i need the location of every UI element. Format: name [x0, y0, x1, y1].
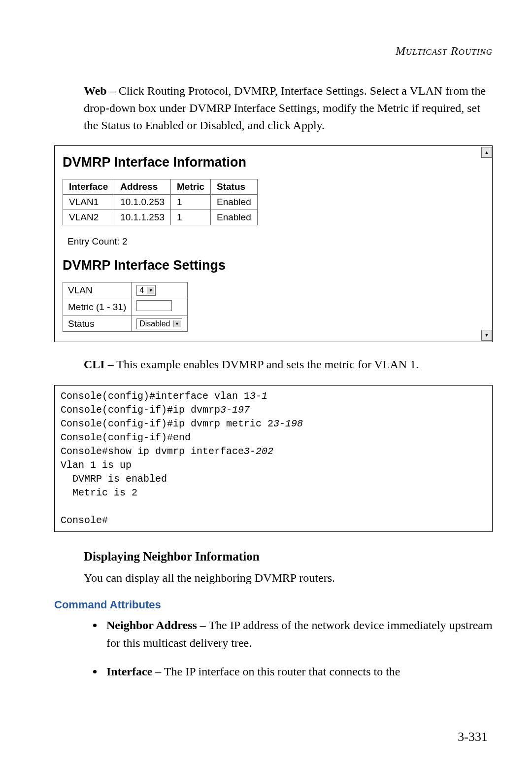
neighbor-heading: Displaying Neighbor Information — [84, 550, 493, 563]
cli-line: Console(config)#interface vlan 1 — [61, 390, 250, 402]
attr-name: Neighbor Address — [106, 619, 197, 632]
running-header: Multicast Routing — [54, 44, 493, 58]
list-item: Neighbor Address – The IP address of the… — [103, 616, 493, 652]
list-item: Interface – The IP interface on this rou… — [103, 663, 493, 680]
cell-interface: VLAN2 — [63, 210, 114, 225]
cli-lead: CLI — [84, 358, 105, 371]
settings-row-status: Status Disabled ▼ — [63, 316, 188, 332]
col-metric: Metric — [171, 179, 211, 195]
interface-info-table: Interface Address Metric Status VLAN1 10… — [63, 179, 258, 225]
page: Multicast Routing Web – Click Routing Pr… — [0, 0, 532, 774]
command-attributes-label: Command Attributes — [54, 598, 493, 611]
cli-ref: 3-1 — [250, 390, 267, 402]
scrollbar[interactable]: ▲ ▼ — [481, 147, 491, 341]
cell-metric: 1 — [171, 195, 211, 210]
cli-line: Console# — [61, 515, 108, 526]
col-status: Status — [210, 179, 257, 195]
attr-name: Interface — [106, 665, 152, 678]
cell-address: 10.1.1.253 — [114, 210, 171, 225]
settings-title: DVMRP Interface Settings — [63, 258, 484, 273]
cli-paragraph: CLI – This example enables DVMRP and set… — [84, 356, 493, 373]
info-title: DVMRP Interface Information — [63, 155, 484, 170]
metric-cell — [132, 298, 187, 316]
cli-line: Console#show ip dvmrp interface — [61, 446, 244, 457]
cli-output: Console(config)#interface vlan 13-1 Cons… — [54, 385, 493, 532]
cell-status: Enabled — [210, 195, 257, 210]
status-cell: Disabled ▼ — [132, 316, 187, 332]
vlan-cell: 4 ▼ — [132, 282, 187, 298]
table-header-row: Interface Address Metric Status — [63, 179, 258, 195]
vlan-select[interactable]: 4 ▼ — [136, 285, 156, 296]
cli-line: Metric is 2 — [61, 487, 137, 498]
col-interface: Interface — [63, 179, 114, 195]
cli-line: Console(config-if)#ip dvmrp — [61, 404, 220, 416]
vlan-select-value: 4 — [139, 286, 144, 295]
entry-count: Entry Count: 2 — [67, 236, 484, 247]
attr-desc: – The IP interface on this router that c… — [152, 665, 400, 678]
vlan-label: VLAN — [63, 282, 132, 298]
cli-ref: 3-198 — [273, 418, 303, 429]
dvmrp-panel: ▲ ▼ DVMRP Interface Information Interfac… — [54, 145, 493, 342]
metric-input[interactable] — [136, 300, 172, 311]
interface-settings-table: VLAN 4 ▼ Metric (1 - 31) Status — [63, 282, 188, 332]
neighbor-intro: You can display all the neighboring DVMR… — [84, 569, 493, 587]
command-attributes-list: Neighbor Address – The IP address of the… — [103, 616, 493, 680]
web-text: – Click Routing Protocol, DVMRP, Interfa… — [84, 84, 486, 132]
cell-metric: 1 — [171, 210, 211, 225]
cli-ref: 3-202 — [244, 446, 273, 457]
cli-line: DVMRP is enabled — [61, 473, 167, 485]
web-paragraph: Web – Click Routing Protocol, DVMRP, Int… — [84, 82, 493, 134]
cli-ref: 3-197 — [220, 404, 250, 416]
scroll-up-icon[interactable]: ▲ — [481, 147, 492, 158]
scroll-down-icon[interactable]: ▼ — [481, 330, 492, 341]
cell-address: 10.1.0.253 — [114, 195, 171, 210]
chevron-down-icon: ▼ — [173, 320, 181, 327]
cell-status: Enabled — [210, 210, 257, 225]
settings-row-vlan: VLAN 4 ▼ — [63, 282, 188, 298]
cli-text: – This example enables DVMRP and sets th… — [105, 358, 419, 371]
metric-label: Metric (1 - 31) — [63, 298, 132, 316]
status-label: Status — [63, 316, 132, 332]
col-address: Address — [114, 179, 171, 195]
page-number: 3-331 — [458, 730, 488, 744]
web-lead: Web — [84, 84, 107, 97]
chevron-down-icon: ▼ — [147, 287, 154, 294]
cell-interface: VLAN1 — [63, 195, 114, 210]
table-row: VLAN1 10.1.0.253 1 Enabled — [63, 195, 258, 210]
status-select-value: Disabled — [139, 319, 170, 328]
cli-line: Console(config-if)#end — [61, 432, 191, 443]
status-select[interactable]: Disabled ▼ — [136, 318, 182, 329]
cli-line: Vlan 1 is up — [61, 459, 132, 471]
cli-line: Console(config-if)#ip dvmrp metric 2 — [61, 418, 273, 429]
table-row: VLAN2 10.1.1.253 1 Enabled — [63, 210, 258, 225]
settings-row-metric: Metric (1 - 31) — [63, 298, 188, 316]
